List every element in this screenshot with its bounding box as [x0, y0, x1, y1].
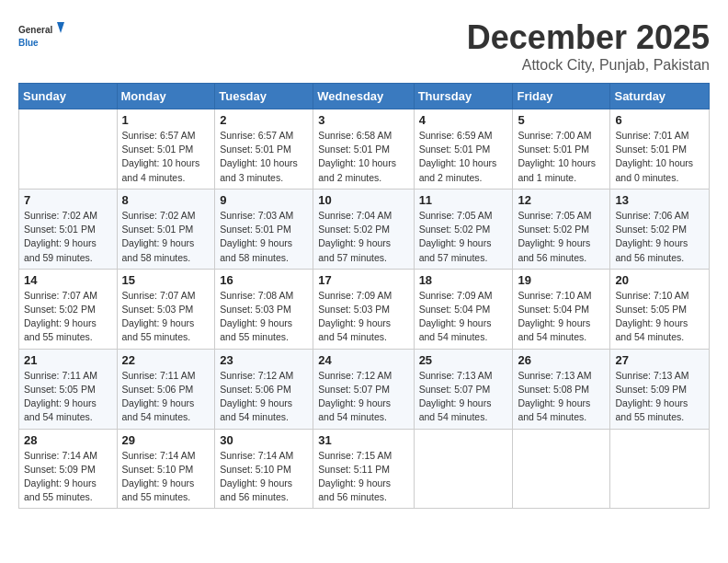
day-number: 3: [318, 113, 408, 127]
day-info: Sunrise: 7:14 AMSunset: 5:10 PMDaylight:…: [122, 450, 196, 503]
day-info: Sunrise: 7:09 AMSunset: 5:03 PMDaylight:…: [318, 290, 392, 343]
calendar-cell: [19, 109, 118, 190]
calendar-cell: 9Sunrise: 7:03 AMSunset: 5:01 PMDaylight…: [215, 189, 313, 269]
day-number: 12: [518, 193, 605, 207]
day-info: Sunrise: 7:09 AMSunset: 5:04 PMDaylight:…: [419, 290, 493, 343]
day-info: Sunrise: 7:15 AMSunset: 5:11 PMDaylight:…: [318, 450, 392, 503]
day-header-thursday: Thursday: [414, 84, 513, 109]
day-number: 18: [419, 273, 508, 287]
calendar-cell: 20Sunrise: 7:10 AMSunset: 5:05 PMDayligh…: [610, 269, 710, 349]
day-info: Sunrise: 7:13 AMSunset: 5:09 PMDaylight:…: [615, 370, 688, 423]
month-title: December 2025: [467, 18, 710, 57]
day-number: 27: [615, 353, 704, 367]
calendar-cell: 13Sunrise: 7:06 AMSunset: 5:02 PMDayligh…: [610, 189, 710, 269]
day-info: Sunrise: 6:58 AMSunset: 5:01 PMDaylight:…: [318, 130, 396, 183]
day-info: Sunrise: 7:11 AMSunset: 5:06 PMDaylight:…: [122, 370, 196, 423]
day-info: Sunrise: 7:11 AMSunset: 5:05 PMDaylight:…: [24, 370, 97, 423]
calendar-cell: 26Sunrise: 7:13 AMSunset: 5:08 PMDayligh…: [513, 349, 610, 429]
day-number: 29: [122, 433, 210, 447]
day-info: Sunrise: 7:00 AMSunset: 5:01 PMDaylight:…: [518, 130, 596, 183]
calendar: SundayMondayTuesdayWednesdayThursdayFrid…: [18, 83, 710, 509]
calendar-cell: 3Sunrise: 6:58 AMSunset: 5:01 PMDaylight…: [313, 109, 414, 190]
svg-text:General: General: [18, 25, 52, 35]
day-number: 26: [518, 353, 605, 367]
day-info: Sunrise: 7:08 AMSunset: 5:03 PMDaylight:…: [220, 290, 293, 343]
day-info: Sunrise: 7:06 AMSunset: 5:02 PMDaylight:…: [615, 210, 688, 263]
day-number: 31: [318, 433, 408, 447]
calendar-cell: 30Sunrise: 7:14 AMSunset: 5:10 PMDayligh…: [215, 429, 313, 509]
day-info: Sunrise: 7:07 AMSunset: 5:03 PMDaylight:…: [122, 290, 196, 343]
day-header-tuesday: Tuesday: [215, 84, 313, 109]
day-info: Sunrise: 6:59 AMSunset: 5:01 PMDaylight:…: [419, 130, 497, 183]
day-info: Sunrise: 7:05 AMSunset: 5:02 PMDaylight:…: [419, 210, 493, 263]
day-info: Sunrise: 7:12 AMSunset: 5:06 PMDaylight:…: [220, 370, 293, 423]
day-info: Sunrise: 7:14 AMSunset: 5:09 PMDaylight:…: [24, 450, 97, 503]
day-info: Sunrise: 7:01 AMSunset: 5:01 PMDaylight:…: [615, 130, 693, 183]
day-info: Sunrise: 7:07 AMSunset: 5:02 PMDaylight:…: [24, 290, 97, 343]
calendar-cell: 10Sunrise: 7:04 AMSunset: 5:02 PMDayligh…: [313, 189, 414, 269]
day-number: 13: [615, 193, 704, 207]
calendar-cell: [414, 429, 513, 509]
day-header-monday: Monday: [117, 84, 215, 109]
day-header-saturday: Saturday: [610, 84, 710, 109]
day-info: Sunrise: 6:57 AMSunset: 5:01 PMDaylight:…: [122, 130, 200, 183]
calendar-cell: 23Sunrise: 7:12 AMSunset: 5:06 PMDayligh…: [215, 349, 313, 429]
day-number: 4: [419, 113, 508, 127]
day-number: 1: [122, 113, 210, 127]
calendar-cell: 2Sunrise: 6:57 AMSunset: 5:01 PMDaylight…: [215, 109, 313, 190]
day-info: Sunrise: 6:57 AMSunset: 5:01 PMDaylight:…: [220, 130, 298, 183]
calendar-cell: 31Sunrise: 7:15 AMSunset: 5:11 PMDayligh…: [313, 429, 414, 509]
day-number: 19: [518, 273, 605, 287]
day-number: 24: [318, 353, 408, 367]
calendar-cell: 28Sunrise: 7:14 AMSunset: 5:09 PMDayligh…: [19, 429, 118, 509]
calendar-cell: 16Sunrise: 7:08 AMSunset: 5:03 PMDayligh…: [215, 269, 313, 349]
calendar-cell: 4Sunrise: 6:59 AMSunset: 5:01 PMDaylight…: [414, 109, 513, 190]
calendar-cell: 1Sunrise: 6:57 AMSunset: 5:01 PMDaylight…: [117, 109, 215, 190]
day-number: 5: [518, 113, 605, 127]
day-info: Sunrise: 7:02 AMSunset: 5:01 PMDaylight:…: [122, 210, 196, 263]
day-info: Sunrise: 7:13 AMSunset: 5:08 PMDaylight:…: [518, 370, 591, 423]
day-info: Sunrise: 7:10 AMSunset: 5:04 PMDaylight:…: [518, 290, 591, 343]
calendar-cell: 7Sunrise: 7:02 AMSunset: 5:01 PMDaylight…: [19, 189, 118, 269]
logo: General Blue: [18, 18, 64, 55]
calendar-cell: 24Sunrise: 7:12 AMSunset: 5:07 PMDayligh…: [313, 349, 414, 429]
calendar-cell: 5Sunrise: 7:00 AMSunset: 5:01 PMDaylight…: [513, 109, 610, 190]
day-header-friday: Friday: [513, 84, 610, 109]
calendar-cell: 17Sunrise: 7:09 AMSunset: 5:03 PMDayligh…: [313, 269, 414, 349]
day-number: 16: [220, 273, 308, 287]
day-header-sunday: Sunday: [19, 84, 118, 109]
title-block: December 2025 Attock City, Punjab, Pakis…: [467, 18, 710, 74]
calendar-cell: 8Sunrise: 7:02 AMSunset: 5:01 PMDaylight…: [117, 189, 215, 269]
calendar-cell: 11Sunrise: 7:05 AMSunset: 5:02 PMDayligh…: [414, 189, 513, 269]
svg-text:Blue: Blue: [18, 38, 39, 48]
calendar-cell: 27Sunrise: 7:13 AMSunset: 5:09 PMDayligh…: [610, 349, 710, 429]
calendar-cell: 22Sunrise: 7:11 AMSunset: 5:06 PMDayligh…: [117, 349, 215, 429]
day-number: 8: [122, 193, 210, 207]
day-number: 20: [615, 273, 704, 287]
day-number: 15: [122, 273, 210, 287]
day-info: Sunrise: 7:02 AMSunset: 5:01 PMDaylight:…: [24, 210, 97, 263]
day-number: 6: [615, 113, 704, 127]
calendar-cell: 19Sunrise: 7:10 AMSunset: 5:04 PMDayligh…: [513, 269, 610, 349]
calendar-cell: 18Sunrise: 7:09 AMSunset: 5:04 PMDayligh…: [414, 269, 513, 349]
day-number: 22: [122, 353, 210, 367]
day-number: 30: [220, 433, 308, 447]
day-number: 21: [24, 353, 112, 367]
day-number: 25: [419, 353, 508, 367]
day-info: Sunrise: 7:05 AMSunset: 5:02 PMDaylight:…: [518, 210, 591, 263]
calendar-cell: 14Sunrise: 7:07 AMSunset: 5:02 PMDayligh…: [19, 269, 118, 349]
day-number: 28: [24, 433, 112, 447]
day-number: 7: [24, 193, 112, 207]
calendar-cell: 15Sunrise: 7:07 AMSunset: 5:03 PMDayligh…: [117, 269, 215, 349]
calendar-cell: [513, 429, 610, 509]
day-number: 17: [318, 273, 408, 287]
calendar-cell: 25Sunrise: 7:13 AMSunset: 5:07 PMDayligh…: [414, 349, 513, 429]
svg-marker-2: [57, 22, 64, 33]
calendar-cell: 21Sunrise: 7:11 AMSunset: 5:05 PMDayligh…: [19, 349, 118, 429]
day-number: 10: [318, 193, 408, 207]
day-info: Sunrise: 7:04 AMSunset: 5:02 PMDaylight:…: [318, 210, 392, 263]
day-number: 14: [24, 273, 112, 287]
calendar-cell: 12Sunrise: 7:05 AMSunset: 5:02 PMDayligh…: [513, 189, 610, 269]
day-number: 2: [220, 113, 308, 127]
day-info: Sunrise: 7:12 AMSunset: 5:07 PMDaylight:…: [318, 370, 392, 423]
